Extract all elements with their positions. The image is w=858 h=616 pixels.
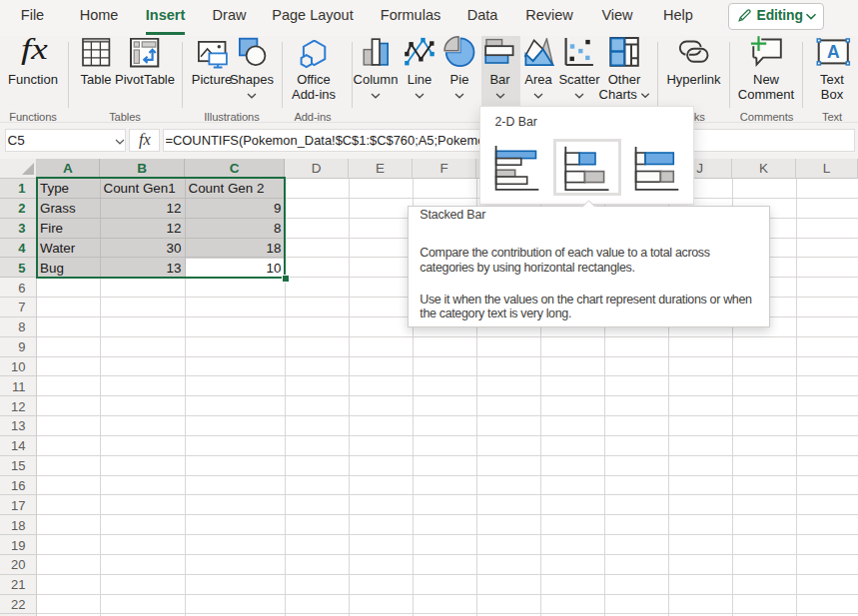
svg-text:A: A <box>827 42 840 62</box>
